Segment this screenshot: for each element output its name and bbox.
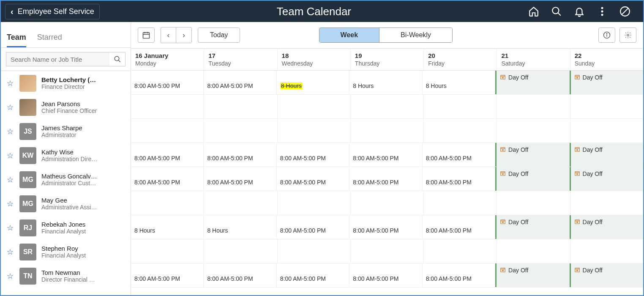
today-button[interactable]: Today <box>198 27 240 43</box>
schedule-cell[interactable]: Day Off <box>570 71 643 94</box>
schedule-cell[interactable]: 8 Hours <box>423 71 495 94</box>
settings-button[interactable] <box>619 27 636 43</box>
search-button[interactable] <box>109 52 126 66</box>
schedule-cell[interactable]: Day Off <box>570 215 643 239</box>
schedule-cell[interactable] <box>570 95 643 118</box>
schedule-cell[interactable]: 8:00 AM-5:00 PM <box>423 167 495 191</box>
star-icon[interactable]: ☆ <box>7 199 14 208</box>
schedule-cell[interactable] <box>351 191 424 215</box>
home-icon[interactable] <box>528 6 539 17</box>
star-icon[interactable]: ☆ <box>7 79 14 88</box>
schedule-cell[interactable] <box>424 239 497 263</box>
schedule-cell[interactable]: Day Off <box>495 263 569 287</box>
back-button[interactable]: ‹ Employee Self Service <box>5 4 100 19</box>
schedule-cell[interactable]: Day Off <box>495 143 569 167</box>
seg-week[interactable]: Week <box>319 28 380 42</box>
schedule-cell[interactable] <box>278 119 351 143</box>
schedule-cell[interactable]: 8 Hours <box>277 71 349 94</box>
schedule-cell[interactable] <box>424 191 497 215</box>
schedule-cell[interactable] <box>204 119 277 143</box>
schedule-cell[interactable]: 8:00 AM-5:00 PM <box>131 143 204 167</box>
schedule-cell[interactable]: 8 Hours <box>349 71 422 94</box>
schedule-cell[interactable]: 8:00 AM-5:00 PM <box>349 215 422 239</box>
employee-row[interactable]: ☆JSJames SharpeAdministrator <box>1 119 131 143</box>
schedule-cell[interactable]: 8:00 AM-5:00 PM <box>204 71 276 94</box>
schedule-cell[interactable]: Day Off <box>495 167 569 191</box>
schedule-cell[interactable]: Day Off <box>570 143 643 167</box>
search-icon[interactable] <box>551 6 562 17</box>
schedule-cell[interactable]: 8:00 AM-5:00 PM <box>277 263 349 287</box>
employee-row[interactable]: ☆Jean ParsonsChief Finance Officer <box>1 95 131 119</box>
seg-biweekly[interactable]: Bi-Weekly <box>379 28 452 42</box>
schedule-cell[interactable] <box>570 239 643 263</box>
schedule-cell[interactable] <box>278 95 351 118</box>
employee-row[interactable]: ☆KWKathy WiseAdministration Dire… <box>1 143 131 167</box>
schedule-cell[interactable] <box>204 191 277 215</box>
schedule-cell[interactable]: 8 Hours <box>131 215 204 239</box>
schedule-cell[interactable]: 8:00 AM-5:00 PM <box>423 215 495 239</box>
schedule-cell[interactable]: 8:00 AM-5:00 PM <box>131 167 204 191</box>
star-icon[interactable]: ☆ <box>7 247 14 257</box>
star-icon[interactable]: ☆ <box>7 271 14 281</box>
schedule-cell[interactable] <box>278 191 351 215</box>
schedule-cell[interactable] <box>351 95 424 118</box>
star-icon[interactable]: ☆ <box>7 223 14 233</box>
bell-icon[interactable] <box>574 6 585 17</box>
schedule-cell[interactable] <box>570 191 643 215</box>
schedule-cell[interactable]: Day Off <box>495 215 569 239</box>
tab-starred[interactable]: Starred <box>37 33 62 47</box>
schedule-cell[interactable] <box>351 119 424 143</box>
star-icon[interactable]: ☆ <box>7 103 14 112</box>
star-icon[interactable]: ☆ <box>7 127 14 136</box>
schedule-cell[interactable]: 8:00 AM-5:00 PM <box>204 167 276 191</box>
schedule-cell[interactable] <box>131 119 204 143</box>
schedule-cell[interactable] <box>497 95 570 118</box>
schedule-cell[interactable] <box>131 239 204 263</box>
schedule-cell[interactable]: 8:00 AM-5:00 PM <box>423 263 495 287</box>
schedule-cell[interactable]: Day Off <box>570 167 643 191</box>
schedule-cell[interactable]: 8:00 AM-5:00 PM <box>131 263 204 287</box>
schedule-cell[interactable] <box>424 119 497 143</box>
schedule-cell[interactable]: Day Off <box>570 263 643 287</box>
schedule-cell[interactable]: 8:00 AM-5:00 PM <box>277 215 349 239</box>
schedule-cell[interactable] <box>131 95 204 118</box>
schedule-cell[interactable] <box>131 191 204 215</box>
employee-row[interactable]: ☆TNTom NewmanDirector Financial … <box>1 264 131 288</box>
employee-row[interactable]: ☆SRStephen RoyFinancial Analyst <box>1 240 131 264</box>
schedule-cell[interactable] <box>497 191 570 215</box>
employee-row[interactable]: ☆Betty Locherty (…Finance Director <box>1 71 131 95</box>
schedule-cell[interactable]: 8:00 AM-5:00 PM <box>204 263 276 287</box>
schedule-cell[interactable]: 8 Hours <box>204 215 276 239</box>
svg-point-4 <box>601 14 603 16</box>
schedule-cell[interactable]: 8:00 AM-5:00 PM <box>131 71 204 94</box>
tab-team[interactable]: Team <box>7 33 26 47</box>
schedule-cell[interactable]: 8:00 AM-5:00 PM <box>277 143 349 167</box>
schedule-cell[interactable]: 8:00 AM-5:00 PM <box>204 143 276 167</box>
schedule-cell[interactable]: 8:00 AM-5:00 PM <box>349 167 422 191</box>
star-icon[interactable]: ☆ <box>7 151 14 160</box>
schedule-cell[interactable]: 8:00 AM-5:00 PM <box>423 143 495 167</box>
compass-icon[interactable] <box>619 6 630 17</box>
schedule-cell[interactable]: 8:00 AM-5:00 PM <box>349 263 422 287</box>
schedule-cell[interactable]: Day Off <box>495 71 569 94</box>
next-button[interactable]: › <box>176 27 191 43</box>
search-input[interactable] <box>6 52 109 66</box>
schedule-cell[interactable]: 8:00 AM-5:00 PM <box>349 143 422 167</box>
schedule-cell[interactable] <box>424 95 497 118</box>
schedule-cell[interactable] <box>497 119 570 143</box>
employee-row[interactable]: ☆MGMay GeeAdministrative Assi… <box>1 192 131 216</box>
schedule-cell[interactable]: 8:00 AM-5:00 PM <box>277 167 349 191</box>
employee-row[interactable]: ☆RJRebekah JonesFinancial Analyst <box>1 216 131 240</box>
employee-row[interactable]: ☆MGMatheus Goncalv…Administrator Cust… <box>1 167 131 192</box>
schedule-cell[interactable] <box>204 95 277 118</box>
date-picker-button[interactable] <box>138 27 155 43</box>
prev-button[interactable]: ‹ <box>161 27 176 43</box>
more-icon[interactable] <box>597 6 608 17</box>
schedule-cell[interactable] <box>278 239 351 263</box>
info-button[interactable] <box>598 27 615 43</box>
star-icon[interactable]: ☆ <box>7 175 14 184</box>
schedule-cell[interactable] <box>497 239 570 263</box>
schedule-cell[interactable] <box>351 239 424 263</box>
schedule-cell[interactable] <box>204 239 277 263</box>
schedule-cell[interactable] <box>570 119 643 143</box>
